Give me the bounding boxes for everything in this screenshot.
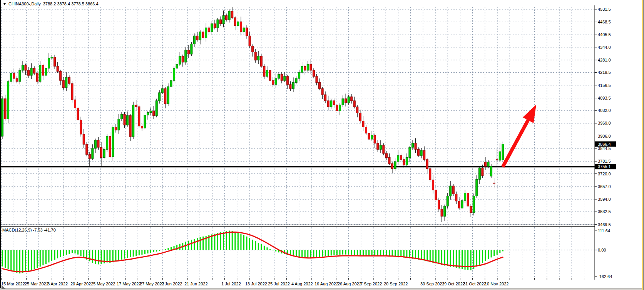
date-label: 30 Sep 2022 (420, 282, 444, 286)
svg-text:4156.5: 4156.5 (598, 83, 611, 88)
date-label: 25 Jul 2022 (268, 282, 290, 286)
date-label: 10 Nov 2022 (485, 282, 509, 286)
svg-text:3844.5: 3844.5 (598, 146, 611, 151)
date-label: 20 Apr 2022 (70, 282, 93, 286)
date-label: 20 Sep 2022 (384, 282, 408, 286)
svg-text:4093.5: 4093.5 (598, 96, 611, 100)
svg-text:3781.5: 3781.5 (598, 159, 611, 163)
macd-indicator-label: MACD(12,26,9) -7.53 -41.70 (2, 228, 56, 232)
date-label: 9 Jun 2022 (161, 282, 182, 286)
date-label: 8 Apr 2022 (47, 282, 68, 286)
svg-text:3969.0: 3969.0 (598, 121, 611, 125)
date-label: 16 Aug 2022 (314, 282, 338, 286)
date-label: 1 Jul 2022 (221, 282, 241, 286)
svg-text:4219.5: 4219.5 (598, 70, 611, 75)
chart-title: CHINA300-,Daily 3788.2 3878.4 3778.5 386… (3, 2, 99, 6)
symbol-dropdown-icon[interactable] (3, 3, 6, 5)
chart-canvas[interactable]: 4531.54468.54405.54344.04281.04219.54156… (0, 0, 644, 290)
date-label: 17 May 2022 (117, 282, 141, 286)
date-label: 26 Aug 2022 (338, 282, 361, 286)
svg-text:0.00: 0.00 (598, 248, 606, 252)
date-label: 25 Mar 2022 (25, 282, 49, 286)
date-label: 7 Sep 2022 (360, 282, 382, 286)
svg-text:-162.64: -162.64 (598, 274, 612, 279)
date-label: 5 May 2022 (93, 282, 115, 286)
svg-text:3755.1: 3755.1 (598, 164, 611, 169)
svg-text:111.64: 111.64 (598, 228, 610, 233)
svg-text:3866.4: 3866.4 (598, 142, 611, 147)
svg-text:4468.5: 4468.5 (598, 20, 611, 24)
date-label: 21 Jun 2022 (184, 282, 208, 286)
date-label: 15 Mar 2022 (1, 282, 25, 286)
svg-text:3594.0: 3594.0 (598, 197, 611, 202)
svg-text:3532.5: 3532.5 (598, 209, 611, 214)
svg-text:3469.5: 3469.5 (598, 222, 611, 227)
date-label: 31 Oct 2022 (463, 282, 486, 286)
trading-chart-window: 4531.54468.54405.54344.04281.04219.54156… (0, 0, 644, 290)
svg-text:3720.0: 3720.0 (598, 172, 611, 176)
symbol-period-label: CHINA300-,Daily (8, 2, 41, 6)
date-label: 4 Aug 2022 (291, 282, 313, 286)
date-label: 27 May 2022 (140, 282, 164, 286)
svg-text:4281.0: 4281.0 (598, 58, 611, 62)
date-label: 13 Jul 2022 (245, 282, 267, 286)
svg-text:4344.0: 4344.0 (598, 45, 611, 50)
svg-text:4032.0: 4032.0 (598, 108, 611, 113)
svg-text:3906.0: 3906.0 (598, 134, 611, 138)
ohlc-values: 3788.2 3878.4 3778.5 3866.4 (43, 2, 99, 6)
svg-text:4531.5: 4531.5 (598, 7, 611, 12)
date-label: 19 Oct 2022 (442, 282, 465, 286)
svg-text:4405.5: 4405.5 (598, 32, 611, 37)
svg-text:3657.0: 3657.0 (598, 184, 611, 189)
